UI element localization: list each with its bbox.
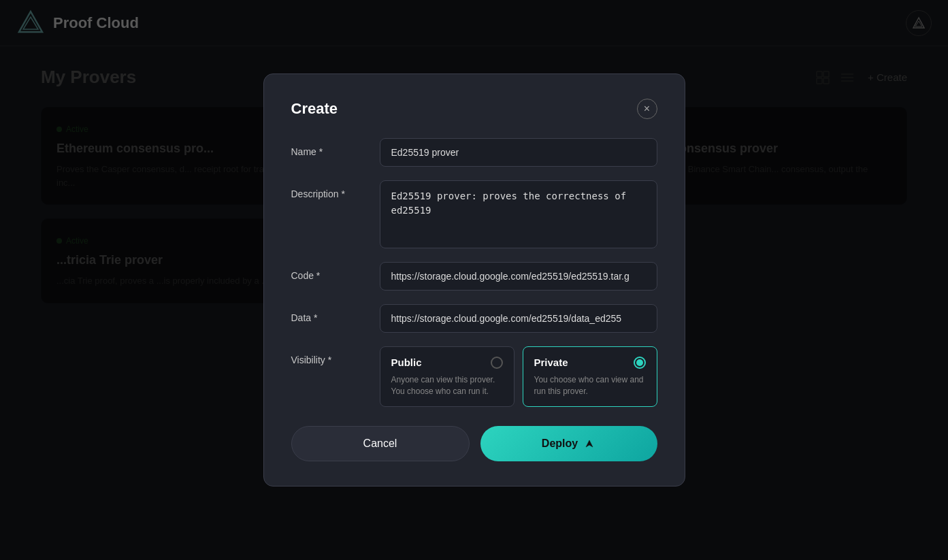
visibility-options: Public Anyone can view this prover. You … <box>380 346 657 408</box>
modal-header: Create × <box>291 99 657 119</box>
modal-actions: Cancel Deploy <box>291 426 657 461</box>
vis-private-header: Private <box>534 357 646 369</box>
deploy-label: Deploy <box>542 438 578 450</box>
close-icon: × <box>644 103 650 115</box>
vis-public-name: Public <box>391 357 422 368</box>
code-label: Code * <box>291 262 366 281</box>
vis-private-desc: You choose who can view and run this pro… <box>534 374 646 397</box>
visibility-row: Visibility * Public Anyone can view this… <box>291 346 657 408</box>
description-field-row: Description * <box>291 180 657 248</box>
description-input[interactable] <box>380 180 657 248</box>
code-field-row: Code * <box>291 262 657 291</box>
data-input[interactable] <box>380 304 657 333</box>
create-modal: Create × Name * Description * Code * Dat… <box>263 73 685 487</box>
radio-private[interactable] <box>634 357 646 369</box>
code-input[interactable] <box>380 262 657 291</box>
description-label: Description * <box>291 180 366 199</box>
deploy-button[interactable]: Deploy <box>480 426 657 461</box>
modal-overlay: Create × Name * Description * Code * Dat… <box>0 0 948 560</box>
data-label: Data * <box>291 304 366 323</box>
modal-close-button[interactable]: × <box>637 99 657 119</box>
radio-public[interactable] <box>491 357 503 369</box>
visibility-label: Visibility * <box>291 346 366 365</box>
name-field-row: Name * <box>291 138 657 167</box>
modal-title: Create <box>291 100 338 118</box>
visibility-public-option[interactable]: Public Anyone can view this prover. You … <box>380 346 514 408</box>
name-label: Name * <box>291 138 366 157</box>
name-input[interactable] <box>380 138 657 167</box>
vis-private-name: Private <box>534 357 568 368</box>
vis-public-header: Public <box>391 357 503 369</box>
vis-public-desc: Anyone can view this prover. You choose … <box>391 374 503 397</box>
visibility-private-option[interactable]: Private You choose who can view and run … <box>523 346 657 408</box>
deploy-cursor-icon <box>583 438 595 450</box>
data-field-row: Data * <box>291 304 657 333</box>
cancel-button[interactable]: Cancel <box>291 426 470 461</box>
radio-inner-dot <box>636 359 643 366</box>
